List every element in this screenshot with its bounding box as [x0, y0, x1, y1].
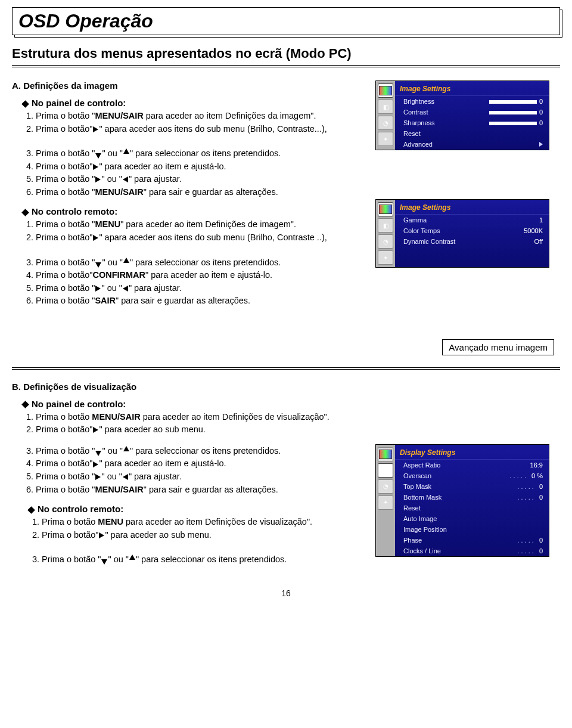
callout-advanced-menu: Avançado menu imagem [442, 339, 554, 355]
list-item: Prima o botão"" para aceder ao sub menu. [36, 424, 560, 436]
list-item: Prima o botão "" ou "" para seleccionar … [42, 554, 365, 566]
diamond-bullet-icon [21, 100, 29, 108]
page-title: OSD Operação [18, 10, 554, 32]
osd-label: Bottom Mask [403, 494, 442, 501]
osd-row: Contrast0 [395, 107, 549, 117]
osd-value: 0 [489, 109, 543, 116]
osd-value: Off [534, 238, 543, 245]
osd-sidebar: ◧ ◔ ✦ [376, 200, 395, 267]
osd-row: Image Position [395, 524, 549, 535]
list-item: Prima o botão MENU/SAIR para aceder ao i… [36, 411, 560, 423]
sidebar-icon-audio: ◔ [378, 479, 393, 494]
triangle-right-icon [93, 427, 98, 433]
list-item: Prima o botão"" para aceder ao item e aj… [36, 161, 365, 173]
osd-label: Clocks / Line [403, 547, 441, 554]
osd-row: Advanced [395, 139, 549, 150]
triangle-up-icon [129, 554, 135, 560]
triangle-down-icon [95, 153, 101, 159]
osd-label: Top Mask [403, 483, 431, 490]
triangle-right-icon [93, 164, 98, 170]
osd-sidebar: ◧ ◔ ✦ [376, 445, 395, 556]
osd-value: . . . . . 0 [517, 483, 543, 490]
sidebar-icon-audio: ◔ [378, 234, 393, 249]
osd-label: Advanced [403, 141, 433, 148]
sidebar-icon-setup: ✦ [378, 495, 393, 510]
sidebar-icon-display: ◧ [378, 100, 393, 114]
triangle-up-icon [123, 446, 129, 451]
panel-steps-a-cont: Prima o botão "" ou "" para seleccionar … [36, 148, 365, 198]
sidebar-icon-audio: ◔ [378, 116, 393, 130]
triangle-right-icon [99, 532, 104, 538]
diamond-bullet-icon [21, 401, 29, 408]
sidebar-icon-setup: ✦ [378, 250, 393, 265]
osd-label: Dynamic Contrast [403, 238, 455, 245]
osd-value: . . . . . 0 [517, 547, 543, 554]
list-item: Prima o botão "" ou "" para ajustar. [36, 283, 365, 295]
osd-label: Contrast [403, 109, 428, 116]
list-item: Prima o botão "MENU/SAIR" para sair e gu… [36, 484, 365, 496]
panel-heading-b: No painel de controlo: [23, 399, 560, 409]
osd-label: Reset [403, 130, 421, 137]
osd-value: 5000K [524, 227, 543, 234]
osd-value: 0 [489, 119, 543, 126]
osd-value: 16:9 [530, 461, 543, 469]
list-item: Prima o botão"" apara aceder aos itens d… [36, 123, 365, 135]
triangle-down-icon [95, 262, 101, 268]
list-item: Prima o botão"" para aceder ao item e aj… [36, 458, 365, 470]
osd-label: Sharpness [403, 119, 435, 126]
section-divider [12, 367, 560, 370]
sidebar-icon-image [378, 447, 393, 461]
triangle-left-icon [123, 286, 128, 292]
diamond-bullet-icon [27, 506, 35, 514]
triangle-right-icon [95, 474, 101, 480]
list-item: Prima o botão "" ou "" para seleccionar … [36, 445, 365, 457]
osd-row: Reset [395, 503, 549, 513]
osd-value [539, 141, 543, 148]
section-b-heading: B. Definições de visualização [12, 382, 560, 392]
osd-row: Auto Image [395, 513, 549, 524]
sidebar-icon-display: ◧ [378, 463, 393, 478]
triangle-right-icon [95, 176, 101, 182]
triangle-up-icon [123, 148, 129, 154]
osd-row: Reset [395, 128, 549, 139]
osd-row: Bottom Mask. . . . . 0 [395, 492, 549, 503]
osd-row: Clocks / Line. . . . . 0 [395, 546, 549, 556]
list-item: Prima o botão "" ou "" para ajustar. [36, 174, 365, 185]
triangle-left-icon [123, 176, 128, 182]
list-item: Prima o botão "MENU/SAIR para aceder ao … [36, 110, 365, 122]
sidebar-icon-setup: ✦ [378, 132, 393, 146]
triangle-right-icon [93, 461, 98, 467]
osd-label: Auto Image [403, 515, 437, 522]
osd-label: Overscan [403, 472, 431, 479]
triangle-right-icon [93, 235, 98, 241]
osd-header: Image Settings [395, 200, 549, 215]
osd-value: 0 [489, 98, 543, 105]
osd-label: Gamma [403, 216, 427, 224]
osd-label: Phase [403, 537, 422, 544]
osd-value: . . . . . 0 [517, 537, 543, 544]
osd-row: Dynamic ContrastOff [395, 236, 549, 247]
osd-header: Display Settings [395, 445, 549, 460]
list-item: Prima o botão "SAIR" para sair e guardar… [36, 295, 365, 307]
triangle-down-icon [95, 451, 101, 456]
osd-row: Top Mask. . . . . 0 [395, 481, 549, 492]
triangle-right-icon [93, 126, 98, 132]
osd-label: Aspect Ratio [403, 461, 440, 469]
osd-row: Gamma1 [395, 215, 549, 225]
osd-row: Aspect Ratio16:9 [395, 460, 549, 470]
panel-steps-b-cont: Prima o botão "" ou "" para seleccionar … [36, 445, 365, 495]
diamond-bullet-icon [21, 209, 29, 216]
triangle-up-icon [123, 258, 129, 263]
osd-label: Image Position [403, 526, 447, 533]
list-item: Prima o botão "" ou "" para ajustar. [36, 471, 365, 483]
list-item: Prima o botão"CONFIRMAR" para aceder ao … [36, 269, 365, 281]
osd-image-settings-basic: ◧ ◔ ✦ Image Settings Brightness0Contrast… [375, 80, 549, 150]
list-item: Prima o botão MENU para aceder ao item D… [42, 516, 365, 528]
osd-row: Brightness0 [395, 96, 549, 107]
list-item: Prima o botão"" para aceder ao sub menu. [42, 529, 365, 541]
sidebar-icon-display: ◧ [378, 218, 393, 233]
osd-label: Reset [403, 504, 421, 512]
page-number: 16 [12, 588, 560, 598]
osd-image-settings-advanced: ◧ ◔ ✦ Image Settings Gamma1Color Temps50… [375, 199, 549, 268]
remote-steps-a-cont: Prima o botão "" ou "" para seleccionar … [36, 257, 365, 307]
